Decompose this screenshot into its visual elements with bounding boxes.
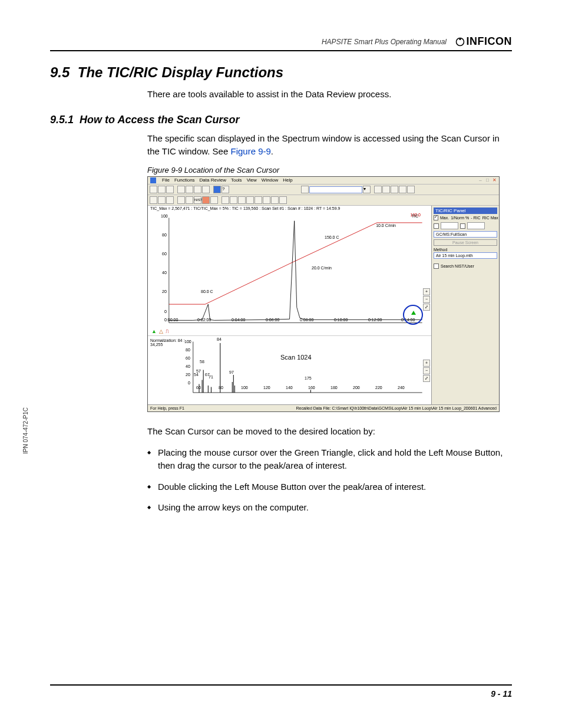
menu-window[interactable]: Window [262,177,278,183]
tb-tool-e-icon[interactable] [407,186,415,193]
menu-data-review[interactable]: Data Review [200,177,226,183]
menu-view[interactable]: View [247,177,257,183]
menu-functions[interactable]: Functions [174,177,195,183]
spec-zoom-out-icon[interactable]: − [423,367,430,374]
tb-preview-icon[interactable] [202,186,210,193]
maximize-icon[interactable]: □ [484,177,491,183]
tb2-e-icon[interactable] [186,196,193,204]
peak-icons: ▲ △ ⎍ [151,328,168,334]
tb2-l-icon[interactable] [254,196,262,204]
tic-plot[interactable]: TIC_Max = 2,567,471 : TIC/TIC_Max = 5% :… [148,206,431,336]
svg-point-1 [459,38,461,39]
tb2-red-icon[interactable] [202,196,210,204]
search-nist-label: Search NIST/User [441,264,474,268]
tic-title: TIC_Max = 2,567,471 : TIC/TIC_Max = 5% :… [148,206,431,211]
spec-zoom-fit-icon[interactable]: ⤢ [423,375,430,382]
method-label: Method [434,248,497,252]
scan-number-label: Scan 1024 [280,354,312,361]
page-number: 9 - 11 [50,684,512,699]
zoom-fit-icon[interactable]: ⤢ [423,304,430,311]
tb-tool-a-icon[interactable] [374,186,382,193]
tb-help-icon[interactable]: ? [222,186,229,193]
tb-tool-d-icon[interactable] [399,186,406,193]
section-heading: 9.5 The TIC/RIC Display Functions [50,64,512,81]
tb-new-icon[interactable] [150,186,157,193]
peak-red-icon[interactable]: ⎍ [166,328,168,334]
menu-tools[interactable]: Tools [231,177,242,183]
tb2-d-icon[interactable] [177,196,185,204]
tb-tool-b-icon[interactable] [382,186,390,193]
figure-caption: Figure 9-9 Location of the Scan Cursor [147,166,512,174]
tb-search-field[interactable] [309,186,362,193]
tb-open-icon[interactable] [158,186,166,193]
tb-info-icon[interactable] [213,186,221,193]
manual-title: HAPSITE Smart Plus Operating Manual [322,38,447,46]
panel-header-row: Max. 1/Norm % - RIC RIC Max [434,215,497,220]
app-icon [150,177,156,183]
tic-legend: TIC [412,214,418,218]
peak-green-icon[interactable]: ▲ [151,328,157,334]
tb2-c-icon[interactable] [166,196,174,204]
tb2-k-icon[interactable] [246,196,254,204]
mode-field: GC/MS:FullScan [434,231,497,238]
tb2-o-icon[interactable] [279,196,287,204]
toolbar-1: ? ▾ [148,185,499,195]
brand-logo: INFICON [455,35,513,48]
menubar: File Functions Data Review Tools View Wi… [148,177,499,185]
tb-print-icon[interactable] [194,186,201,193]
tb2-n-icon[interactable] [271,196,279,204]
subsection-heading: 9.5.1 How to Access the Scan Cursor [50,114,512,126]
close-icon[interactable]: ✕ [491,177,498,183]
window-controls: – □ ✕ [477,177,498,183]
tb-search-icon[interactable] [301,186,309,193]
document-ipn: IPN 074-472-P1C [22,407,29,454]
zoom-in-icon[interactable]: + [423,288,430,295]
panel-title: TIC/RIC Panel [434,207,497,214]
row-checkbox-2[interactable] [460,223,465,229]
peak-orange-icon[interactable]: △ [159,328,163,334]
bullet-2: Double clicking the Left Mouse Button ov… [158,480,512,493]
max-checkbox[interactable] [434,215,438,220]
page-header: HAPSITE Smart Plus Operating Manual INFI… [50,35,512,51]
tb-save-icon[interactable] [166,186,174,193]
spec-zoom-in-icon[interactable]: + [423,360,430,367]
tb2-h-icon[interactable] [222,196,229,204]
p-after-figure: The Scan Cursor can be moved to the desi… [147,425,512,438]
tic-ric-panel: TIC/RIC Panel Max. 1/Norm % - RIC RIC Ma… [431,206,499,407]
menu-help[interactable]: Help [283,177,292,183]
row-checkbox-1[interactable] [434,223,439,229]
method-field[interactable]: Air 15 min Loop.mth [434,252,497,259]
status-bar: For Help, press F1 Recalled Data File: C… [148,404,499,411]
menu-file[interactable]: File [162,177,170,183]
tb2-j-icon[interactable] [238,196,246,204]
section-intro: There are tools available to assist in t… [147,88,512,101]
tb-disk-icon[interactable] [177,186,185,193]
bullet-list: Placing the mouse cursor over the Green … [147,446,512,514]
scan-cursor-callout [403,305,423,325]
app-screenshot: – □ ✕ File Functions Data Review Tools V… [147,176,500,412]
tb-tool-c-icon[interactable] [391,186,398,193]
tb2-nist-icon[interactable]: NIST [194,196,201,204]
tb2-a-icon[interactable] [150,196,157,204]
spectrum-plot[interactable]: Normalization: 84 : 34,255 [148,336,431,407]
tb2-m-icon[interactable] [263,196,270,204]
zoom-out-icon[interactable]: − [423,296,430,303]
bullet-1: Placing the mouse cursor over the Green … [158,446,512,472]
row-field-1[interactable] [441,222,458,229]
tb-dropdown-icon[interactable]: ▾ [363,186,371,193]
subsection-body: The specific scan displayed in the Spect… [147,132,512,158]
minimize-icon[interactable]: – [477,177,484,183]
status-right: Recalled Data File: C:\Smart IQ\h100th\D… [296,406,497,410]
status-left: For Help, press F1 [150,406,184,410]
tb2-g-icon[interactable] [210,196,218,204]
inficon-icon [455,37,465,47]
row-field-2[interactable] [467,222,485,229]
bullet-3: Using the arrow keys on the computer. [158,501,512,514]
tb-camera-icon[interactable] [186,186,193,193]
toolbar-2: NIST [148,195,499,206]
tb2-i-icon[interactable] [230,196,237,204]
pause-screen-button[interactable]: Pause Screen [434,239,497,246]
search-nist-checkbox[interactable] [434,263,439,269]
tb2-b-icon[interactable] [158,196,166,204]
figure-reference-link[interactable]: Figure 9-9 [230,146,270,156]
